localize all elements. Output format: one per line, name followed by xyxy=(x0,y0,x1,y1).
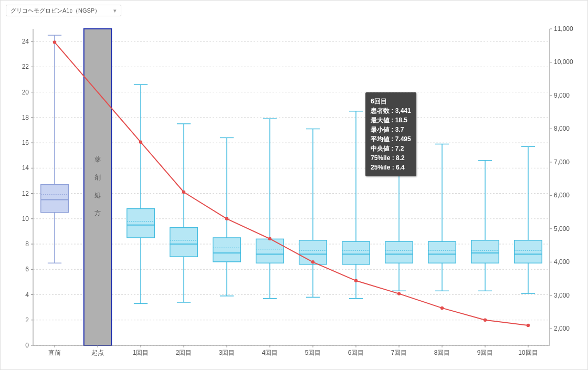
svg-text:20: 20 xyxy=(22,89,29,96)
svg-text:処: 処 xyxy=(94,192,101,199)
svg-text:4,000: 4,000 xyxy=(554,258,570,266)
svg-text:5回目: 5回目 xyxy=(305,349,321,356)
box-4回目[interactable] xyxy=(256,239,284,263)
svg-text:2: 2 xyxy=(25,316,29,324)
svg-text:16: 16 xyxy=(22,139,29,146)
svg-text:11,000: 11,000 xyxy=(554,25,573,33)
svg-text:1回目: 1回目 xyxy=(133,349,149,356)
line-point[interactable] xyxy=(139,141,142,144)
svg-text:6: 6 xyxy=(25,266,29,273)
svg-text:5,000: 5,000 xyxy=(554,225,570,232)
svg-text:3回目: 3回目 xyxy=(219,349,235,356)
line-point[interactable] xyxy=(440,306,444,310)
svg-text:9,000: 9,000 xyxy=(554,92,570,99)
chart-plot: 薬剤処方0246810121416182022242,0003,0004,000… xyxy=(11,11,577,363)
svg-text:4: 4 xyxy=(25,291,29,299)
line-point[interactable] xyxy=(354,279,358,282)
svg-text:3,000: 3,000 xyxy=(554,292,570,299)
svg-text:6回目: 6回目 xyxy=(348,349,364,356)
svg-text:4回目: 4回目 xyxy=(262,349,278,356)
line-point[interactable] xyxy=(268,237,271,240)
svg-text:薬: 薬 xyxy=(94,156,101,163)
svg-text:2回目: 2回目 xyxy=(176,349,192,356)
svg-text:10回目: 10回目 xyxy=(518,349,538,356)
box-直前[interactable] xyxy=(41,185,68,213)
svg-text:方: 方 xyxy=(94,209,101,217)
box-1回目[interactable] xyxy=(127,209,154,238)
line-point[interactable] xyxy=(311,260,314,263)
svg-text:起点: 起点 xyxy=(91,349,104,356)
svg-text:8,000: 8,000 xyxy=(554,125,570,132)
chart-svg: 薬剤処方0246810121416182022242,0003,0004,000… xyxy=(11,11,578,364)
svg-text:10,000: 10,000 xyxy=(554,58,573,66)
svg-text:9回目: 9回目 xyxy=(477,349,494,356)
line-series xyxy=(55,42,528,325)
line-point[interactable] xyxy=(527,324,530,327)
svg-text:18: 18 xyxy=(22,114,29,121)
svg-text:2,000: 2,000 xyxy=(554,325,570,332)
box-2回目[interactable] xyxy=(170,228,197,257)
line-point[interactable] xyxy=(182,191,185,194)
box-10回目[interactable] xyxy=(514,240,542,263)
box-8回目[interactable] xyxy=(428,241,456,263)
line-point[interactable] xyxy=(397,292,401,295)
svg-text:8回目: 8回目 xyxy=(434,349,450,356)
svg-text:8: 8 xyxy=(25,240,29,248)
chart-window: グリコヘモグロビンA1c（NGSP） ▾ 薬剤処方024681012141618… xyxy=(0,0,588,370)
svg-text:22: 22 xyxy=(22,63,29,70)
svg-text:7回目: 7回目 xyxy=(391,349,407,356)
svg-text:24: 24 xyxy=(22,38,29,45)
svg-text:0: 0 xyxy=(25,342,29,349)
reference-band xyxy=(84,29,111,345)
box-6回目[interactable] xyxy=(342,241,370,264)
box-9回目[interactable] xyxy=(471,240,499,263)
svg-text:10: 10 xyxy=(22,215,29,223)
line-point[interactable] xyxy=(53,40,56,44)
line-point[interactable] xyxy=(484,319,487,322)
svg-text:14: 14 xyxy=(22,164,29,172)
svg-text:剤: 剤 xyxy=(94,174,101,181)
svg-text:7,000: 7,000 xyxy=(554,158,570,166)
box-3回目[interactable] xyxy=(213,238,240,262)
svg-text:12: 12 xyxy=(22,190,29,197)
line-point[interactable] xyxy=(225,217,228,220)
svg-text:直前: 直前 xyxy=(48,349,61,356)
box-7回目[interactable] xyxy=(385,241,413,263)
svg-text:6,000: 6,000 xyxy=(554,192,570,199)
